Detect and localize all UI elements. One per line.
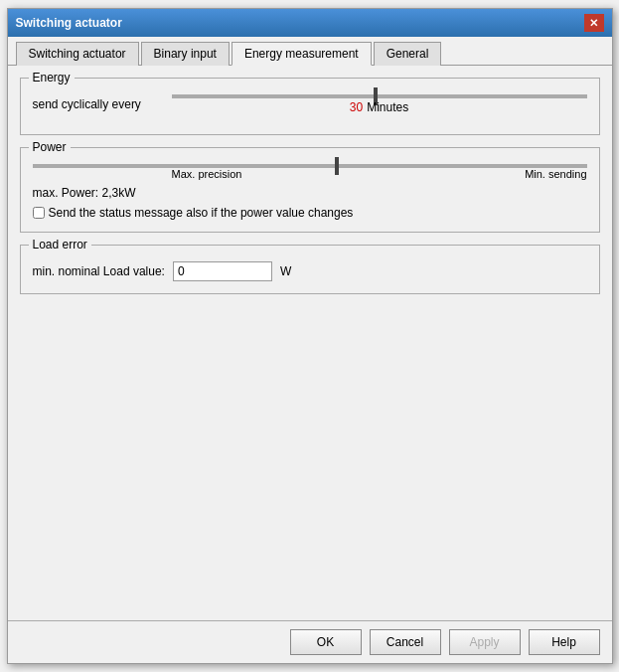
energy-slider-container: 30 Minutes [172, 94, 587, 114]
tab-switching-actuator[interactable]: Switching actuator [16, 42, 139, 66]
power-status-label: Send the status message also if the powe… [49, 206, 354, 220]
power-group: Power Max. precision Min. sending max. P… [20, 147, 600, 233]
send-cyclically-row: send cyclically every 30 Minutes [33, 94, 587, 114]
min-nominal-input[interactable] [173, 261, 272, 281]
min-sending-label: Min. sending [525, 168, 586, 180]
power-group-title: Power [29, 140, 71, 154]
apply-button[interactable]: Apply [449, 629, 521, 655]
footer: OK Cancel Apply Help [8, 620, 612, 663]
tab-bar: Switching actuator Binary input Energy m… [8, 37, 612, 66]
ok-button[interactable]: OK [290, 629, 362, 655]
load-error-group-title: Load error [29, 238, 91, 252]
energy-slider[interactable] [172, 94, 587, 98]
power-status-checkbox-row: Send the status message also if the powe… [33, 206, 587, 220]
main-window: Switching actuator ✕ Switching actuator … [7, 8, 613, 664]
energy-group-title: Energy [29, 71, 75, 84]
close-button[interactable]: ✕ [584, 14, 604, 32]
cancel-button[interactable]: Cancel [370, 629, 441, 655]
tab-energy-measurement[interactable]: Energy measurement [232, 42, 372, 66]
power-slider[interactable] [33, 164, 587, 168]
energy-group: Energy send cyclically every 30 Minutes [20, 78, 600, 135]
load-unit: W [280, 264, 291, 278]
send-cyclically-label: send cyclically every [33, 97, 172, 111]
min-nominal-label: min. nominal Load value: [33, 264, 165, 278]
title-bar: Switching actuator ✕ [8, 9, 612, 37]
max-precision-label: Max. precision [172, 168, 242, 180]
load-error-group: Load error min. nominal Load value: W [20, 245, 600, 294]
energy-slider-value: 30 [350, 100, 363, 114]
energy-slider-unit: Minutes [367, 100, 408, 114]
min-nominal-row: min. nominal Load value: W [33, 261, 587, 281]
content-area: Energy send cyclically every 30 Minutes … [8, 66, 612, 620]
max-power-label: max. Power: 2,3kW [33, 186, 587, 200]
help-button[interactable]: Help [529, 629, 600, 655]
tab-binary-input[interactable]: Binary input [141, 42, 230, 66]
power-status-checkbox[interactable] [33, 207, 45, 219]
window-title: Switching actuator [16, 16, 122, 30]
tab-general[interactable]: General [374, 42, 442, 66]
